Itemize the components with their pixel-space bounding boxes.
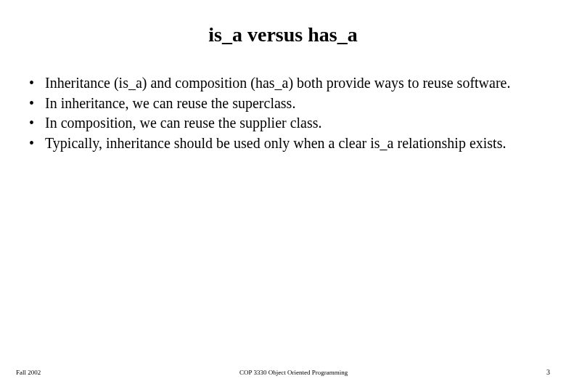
bullet-list: Inheritance (is_a) and composition (has_… <box>20 74 546 152</box>
list-item: Inheritance (is_a) and composition (has_… <box>29 74 546 93</box>
list-item: Typically, inheritance should be used on… <box>29 134 546 153</box>
footer-center: COP 3330 Object Oriented Programming <box>41 369 546 376</box>
footer-left: Fall 2002 <box>16 369 41 376</box>
slide-footer: Fall 2002 COP 3330 Object Oriented Progr… <box>0 368 566 376</box>
slide: is_a versus has_a Inheritance (is_a) and… <box>0 0 566 392</box>
list-item: In inheritance, we can reuse the supercl… <box>29 94 546 113</box>
slide-title: is_a versus has_a <box>20 23 546 46</box>
list-item: In composition, we can reuse the supplie… <box>29 114 546 133</box>
page-number: 3 <box>546 368 550 376</box>
